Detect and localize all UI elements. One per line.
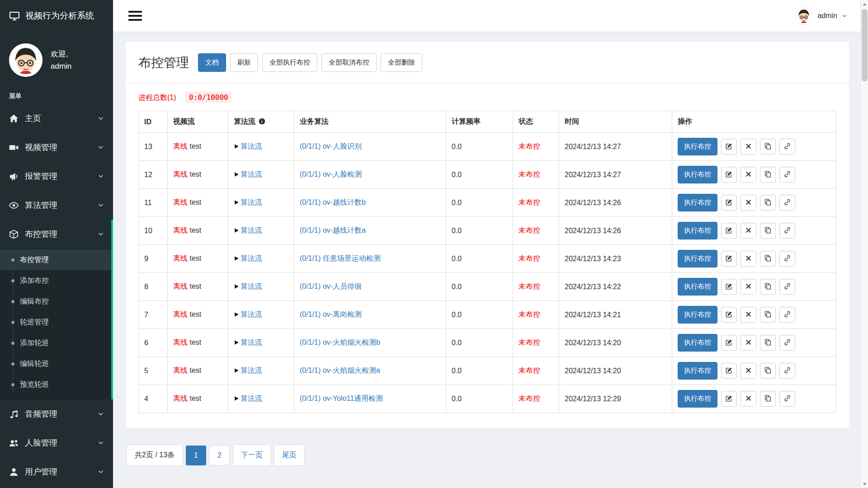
close-button[interactable] — [741, 251, 756, 267]
copy-button[interactable] — [760, 223, 776, 239]
edit-button[interactable] — [721, 251, 737, 267]
link-button[interactable] — [779, 195, 795, 211]
execute-control-button[interactable]: 执行布控 — [678, 362, 717, 380]
sidebar-subitem[interactable]: 编辑轮巡 — [0, 353, 113, 374]
close-button[interactable] — [741, 279, 756, 295]
close-button[interactable] — [741, 223, 756, 239]
delete-all-button[interactable]: 全部删除 — [381, 53, 422, 72]
algo-stream-link[interactable]: 算法流 — [234, 198, 262, 206]
edit-button[interactable] — [721, 223, 737, 239]
algorithm-link[interactable]: (0/1/1) ov-Yolo11通用检测 — [300, 394, 383, 402]
link-button[interactable] — [779, 251, 795, 267]
link-button[interactable] — [779, 139, 795, 155]
algorithm-link[interactable]: (0/1/1) ov-人脸检测 — [300, 170, 362, 178]
sidebar-item-7[interactable]: 用户管理 — [0, 457, 113, 486]
algo-stream-link[interactable]: 算法流 — [234, 226, 262, 234]
copy-button[interactable] — [760, 391, 776, 407]
scroll-down-icon[interactable] — [861, 480, 868, 488]
edit-button[interactable] — [721, 335, 737, 351]
sidebar-subitem[interactable]: 预览轮巡 — [0, 374, 113, 395]
sidebar-item-6[interactable]: 人脸管理 — [0, 428, 113, 457]
algorithm-link[interactable]: (0/1/1) ov-越线计数a — [300, 226, 366, 234]
sidebar-subitem[interactable]: 布控管理 — [0, 249, 113, 270]
copy-button[interactable] — [760, 167, 776, 183]
execute-control-button[interactable]: 执行布控 — [678, 334, 717, 352]
sidebar-subitem[interactable]: 添加轮巡 — [0, 333, 113, 353]
refresh-button[interactable]: 刷新 — [230, 53, 258, 72]
close-button[interactable] — [741, 167, 756, 183]
sidebar-item-2[interactable]: 报警管理 — [0, 162, 113, 191]
sidebar-subitem[interactable]: 编辑布控 — [0, 291, 113, 312]
algo-stream-link[interactable]: 算法流 — [234, 170, 262, 178]
edit-button[interactable] — [721, 307, 737, 323]
link-button[interactable] — [779, 167, 795, 183]
edit-button[interactable] — [721, 391, 737, 407]
close-button[interactable] — [741, 363, 756, 379]
close-button[interactable] — [741, 391, 756, 407]
link-button[interactable] — [779, 363, 795, 379]
sidebar-item-3[interactable]: 算法管理 — [0, 191, 113, 220]
algo-stream-link[interactable]: 算法流 — [234, 394, 262, 402]
execute-control-button[interactable]: 执行布控 — [678, 250, 717, 267]
close-button[interactable] — [741, 195, 756, 211]
doc-button[interactable]: 文档 — [198, 53, 226, 72]
edit-button[interactable] — [721, 279, 737, 295]
algo-stream-link[interactable]: 算法流 — [234, 142, 262, 150]
algo-stream-link[interactable]: 算法流 — [234, 366, 262, 374]
copy-button[interactable] — [760, 139, 776, 155]
close-button[interactable] — [741, 139, 756, 155]
algorithm-link[interactable]: (0/1/1) ov-火焰烟火检测a — [300, 366, 380, 374]
copy-button[interactable] — [760, 363, 776, 379]
scrollbar[interactable] — [860, 0, 868, 488]
edit-button[interactable] — [721, 363, 737, 379]
hamburger-button[interactable] — [127, 9, 144, 23]
copy-button[interactable] — [760, 307, 776, 323]
execute-control-button[interactable]: 执行布控 — [678, 138, 717, 155]
sidebar-item-4[interactable]: 布控管理 — [0, 220, 113, 249]
copy-button[interactable] — [760, 279, 776, 295]
algorithm-link[interactable]: (0/1/1) ov-火焰烟火检测b — [300, 338, 380, 346]
algorithm-link[interactable]: (0/1/1) ov-人脸识别 — [300, 142, 362, 150]
execute-control-button[interactable]: 执行布控 — [678, 194, 717, 211]
algo-stream-link[interactable]: 算法流 — [234, 338, 262, 346]
page-button-1[interactable]: 1 — [186, 446, 206, 465]
sidebar-item-5[interactable]: 音频管理 — [0, 399, 113, 428]
scroll-up-icon[interactable] — [861, 0, 868, 8]
algo-stream-link[interactable]: 算法流 — [234, 254, 262, 262]
close-button[interactable] — [741, 335, 756, 351]
execute-control-button[interactable]: 执行布控 — [678, 390, 717, 408]
execute-all-button[interactable]: 全部执行布控 — [262, 53, 317, 72]
link-button[interactable] — [779, 223, 795, 239]
next-page-button[interactable]: 下一页 — [233, 445, 271, 466]
last-page-button[interactable]: 尾页 — [274, 445, 305, 466]
execute-control-button[interactable]: 执行布控 — [678, 306, 717, 324]
sidebar-subitem[interactable]: 轮巡管理 — [0, 312, 113, 333]
cancel-all-button[interactable]: 全部取消布控 — [321, 53, 377, 72]
algo-stream-link[interactable]: 算法流 — [234, 310, 262, 318]
algorithm-link[interactable]: (0/1/1) 任意场景运动检测 — [300, 254, 381, 262]
page-button-2[interactable]: 2 — [209, 446, 230, 465]
sidebar-subitem[interactable]: 添加布控 — [0, 270, 113, 291]
edit-button[interactable] — [721, 139, 737, 155]
algorithm-link[interactable]: (0/1/1) ov-离岗检测 — [300, 310, 362, 318]
execute-control-button[interactable]: 执行布控 — [678, 222, 717, 239]
close-button[interactable] — [741, 307, 756, 323]
algo-stream-link[interactable]: 算法流 — [234, 282, 262, 290]
execute-control-button[interactable]: 执行布控 — [678, 166, 717, 183]
sidebar-item-1[interactable]: 视频管理 — [0, 133, 113, 162]
edit-button[interactable] — [721, 167, 737, 183]
execute-control-button[interactable]: 执行布控 — [678, 278, 717, 296]
copy-button[interactable] — [760, 195, 776, 211]
sidebar-item-0[interactable]: 主页 — [0, 104, 113, 133]
algorithm-link[interactable]: (0/1/1) ov-人员徘徊 — [300, 282, 362, 290]
edit-button[interactable] — [721, 195, 737, 211]
link-button[interactable] — [779, 391, 795, 407]
copy-button[interactable] — [760, 251, 776, 267]
link-button[interactable] — [779, 307, 795, 323]
link-button[interactable] — [779, 335, 795, 351]
user-menu[interactable]: admin — [795, 7, 847, 25]
link-button[interactable] — [779, 279, 795, 295]
copy-button[interactable] — [760, 335, 776, 351]
algorithm-link[interactable]: (0/1/1) ov-越线计数b — [300, 198, 366, 206]
scrollbar-thumb[interactable] — [862, 9, 868, 81]
